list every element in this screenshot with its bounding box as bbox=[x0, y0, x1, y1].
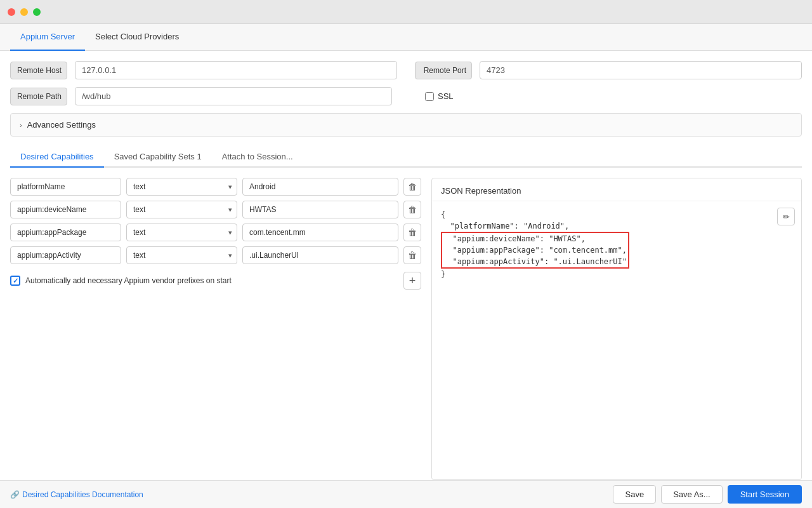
advanced-section: › Advanced Settings bbox=[10, 113, 802, 137]
json-text: { "platformName": "Android", "appium:dev… bbox=[441, 209, 792, 280]
cap-row-0: text boolean number object list 🗑 bbox=[10, 178, 421, 196]
cap-value-input-2[interactable] bbox=[242, 224, 398, 241]
json-panel-title: JSON Representation bbox=[432, 178, 801, 201]
advanced-settings-label: Advanced Settings bbox=[27, 120, 96, 130]
cap-name-input-0[interactable] bbox=[10, 178, 121, 196]
titlebar bbox=[0, 0, 812, 24]
cap-delete-btn-3[interactable]: 🗑 bbox=[403, 246, 421, 264]
chevron-right-icon: › bbox=[20, 121, 22, 129]
auto-prefix-label: Automatically add necessary Appium vendo… bbox=[25, 276, 232, 285]
cap-type-select-2[interactable]: text boolean number object list bbox=[126, 224, 237, 241]
tab-desired-caps[interactable]: Desired Capabilities bbox=[10, 147, 104, 168]
cap-name-input-3[interactable] bbox=[10, 246, 121, 264]
remote-port-input[interactable] bbox=[480, 61, 802, 79]
remote-path-row: Remote Path SSL bbox=[10, 87, 802, 105]
cap-delete-btn-0[interactable]: 🗑 bbox=[403, 178, 421, 196]
cap-type-select-3[interactable]: text boolean number object list bbox=[126, 246, 237, 264]
top-nav: Appium Server Select Cloud Providers bbox=[0, 24, 812, 51]
sub-tabs: Desired Capabilities Saved Capability Se… bbox=[10, 147, 802, 168]
bottom-bar: 🔗 Desired Capabilities Documentation Sav… bbox=[0, 480, 812, 508]
cap-type-wrapper-2: text boolean number object list bbox=[126, 224, 237, 241]
json-edit-button[interactable]: ✏ bbox=[777, 208, 795, 225]
save-button[interactable]: Save bbox=[613, 485, 656, 504]
remote-path-input[interactable] bbox=[75, 87, 392, 105]
close-button[interactable] bbox=[8, 8, 15, 16]
ssl-row: SSL bbox=[425, 91, 454, 101]
minimize-button[interactable] bbox=[20, 8, 28, 16]
advanced-settings-toggle[interactable]: › Advanced Settings bbox=[11, 114, 801, 136]
caps-left-panel: text boolean number object list 🗑 bbox=[10, 178, 421, 480]
cap-value-input-1[interactable] bbox=[242, 201, 398, 218]
cap-value-input-0[interactable] bbox=[242, 178, 398, 196]
cap-type-wrapper-0: text boolean number object list bbox=[126, 178, 237, 196]
maximize-button[interactable] bbox=[33, 8, 41, 16]
docs-link-label: Desired Capabilities Documentation bbox=[22, 490, 143, 499]
app-window: Appium Server Select Cloud Providers Rem… bbox=[0, 24, 812, 508]
cap-type-select-0[interactable]: text boolean number object list bbox=[126, 178, 237, 196]
json-highlighted-rows: "appium:deviceName": "HWTAS", "appium:ap… bbox=[441, 232, 629, 269]
bottom-actions: Save Save As... Start Session bbox=[613, 485, 802, 504]
remote-host-label: Remote Host bbox=[10, 62, 67, 79]
tab-cloud-providers[interactable]: Select Cloud Providers bbox=[85, 24, 189, 51]
add-capability-button[interactable]: + bbox=[403, 272, 421, 290]
cap-name-input-2[interactable] bbox=[10, 224, 121, 241]
remote-port-label: Remote Port bbox=[415, 62, 472, 79]
auto-prefix-checkbox[interactable] bbox=[10, 276, 20, 286]
cap-name-input-1[interactable] bbox=[10, 201, 121, 218]
cap-type-wrapper-1: text boolean number object list bbox=[126, 201, 237, 218]
json-panel: JSON Representation ✏ { "platformName": … bbox=[431, 178, 802, 480]
capabilities-area: text boolean number object list 🗑 bbox=[10, 178, 802, 480]
cap-row-1: text boolean number object list 🗑 bbox=[10, 201, 421, 218]
json-content: ✏ { "platformName": "Android", "appium:d… bbox=[432, 201, 801, 479]
cap-type-wrapper-3: text boolean number object list bbox=[126, 246, 237, 264]
main-content: Remote Host Remote Port Remote Path SSL … bbox=[0, 51, 812, 480]
tab-appium-server[interactable]: Appium Server bbox=[10, 24, 85, 51]
tab-saved-sets[interactable]: Saved Capability Sets 1 bbox=[104, 147, 212, 168]
tab-attach-session[interactable]: Attach to Session... bbox=[212, 147, 303, 168]
ssl-checkbox[interactable] bbox=[425, 92, 434, 101]
cap-delete-btn-2[interactable]: 🗑 bbox=[403, 224, 421, 241]
cap-row-3: text boolean number object list 🗑 bbox=[10, 246, 421, 264]
ssl-label: SSL bbox=[438, 91, 454, 101]
docs-link[interactable]: 🔗 Desired Capabilities Documentation bbox=[10, 490, 143, 499]
cap-delete-btn-1[interactable]: 🗑 bbox=[403, 201, 421, 218]
link-icon: 🔗 bbox=[10, 490, 20, 499]
remote-host-input[interactable] bbox=[75, 61, 397, 79]
remote-path-label: Remote Path bbox=[10, 88, 67, 105]
remote-host-row: Remote Host Remote Port bbox=[10, 61, 802, 79]
cap-type-select-1[interactable]: text boolean number object list bbox=[126, 201, 237, 218]
save-as-button[interactable]: Save As... bbox=[661, 485, 723, 504]
start-session-button[interactable]: Start Session bbox=[728, 485, 802, 504]
cap-value-input-3[interactable] bbox=[242, 246, 398, 264]
cap-row-2: text boolean number object list 🗑 bbox=[10, 224, 421, 241]
